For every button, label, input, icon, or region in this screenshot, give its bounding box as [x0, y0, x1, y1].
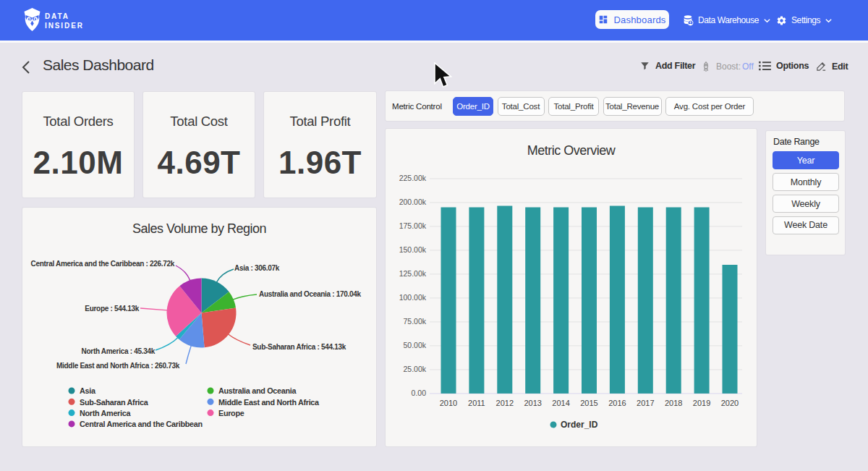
svg-text:200.00k: 200.00k: [399, 198, 427, 206]
svg-text:0.00: 0.00: [412, 389, 427, 397]
svg-text:Asia: Asia: [80, 386, 96, 395]
svg-text:Asia : 306.07k: Asia : 306.07k: [234, 264, 280, 272]
svg-text:2016: 2016: [608, 399, 626, 407]
svg-text:125.00k: 125.00k: [399, 269, 427, 278]
svg-text:Sub-Saharan Africa : 544.13k: Sub-Saharan Africa : 544.13k: [252, 343, 346, 351]
svg-text:Middle East and North Africa :: Middle East and North Africa : 260.73k: [56, 362, 180, 370]
svg-text:175.00k: 175.00k: [399, 221, 427, 230]
svg-text:2017: 2017: [637, 399, 654, 407]
svg-text:150.00k: 150.00k: [399, 245, 427, 254]
svg-text:Europe: Europe: [218, 409, 244, 417]
svg-text:2011: 2011: [468, 399, 485, 407]
svg-text:North America: North America: [80, 409, 131, 417]
svg-text:25.00k: 25.00k: [403, 365, 426, 373]
svg-text:2019: 2019: [693, 399, 710, 407]
svg-text:2018: 2018: [665, 399, 682, 407]
svg-text:75.00k: 75.00k: [403, 317, 426, 326]
svg-text:Central America and the Caribb: Central America and the Caribbean : 226.…: [31, 260, 175, 268]
svg-text:50.00k: 50.00k: [403, 341, 426, 349]
svg-text:2015: 2015: [580, 399, 597, 407]
svg-text:225.00k: 225.00k: [399, 174, 427, 182]
svg-text:Europe : 544.13k: Europe : 544.13k: [85, 305, 139, 313]
svg-text:2012: 2012: [496, 399, 514, 407]
svg-text:2010: 2010: [440, 399, 457, 407]
svg-text:North America : 45.34k: North America : 45.34k: [82, 347, 156, 355]
svg-text:2013: 2013: [524, 399, 541, 407]
svg-text:2014: 2014: [552, 399, 569, 407]
svg-text:2020: 2020: [721, 399, 739, 407]
svg-text:Middle East and North Africa: Middle East and North Africa: [218, 398, 320, 407]
svg-text:100.00k: 100.00k: [399, 293, 427, 302]
svg-text:Australia and Oceania: Australia and Oceania: [218, 386, 297, 395]
svg-text:Australia and Oceania : 170.04: Australia and Oceania : 170.04k: [259, 290, 362, 298]
svg-text:Central America and the Caribb: Central America and the Caribbean: [80, 420, 203, 428]
svg-text:Order_ID: Order_ID: [561, 420, 598, 430]
svg-text:Sub-Saharan Africa: Sub-Saharan Africa: [80, 398, 149, 407]
